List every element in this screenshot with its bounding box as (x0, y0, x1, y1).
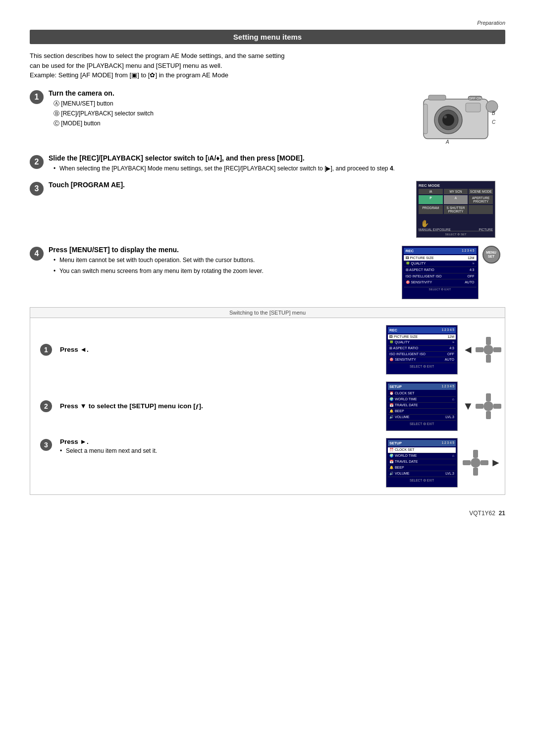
dpad-down (473, 468, 478, 476)
inner-step-2-dpad: ▼ (463, 393, 501, 419)
dpad-up (473, 450, 478, 458)
dpad-up (486, 337, 491, 345)
step-4-block: 4 Press [MENU/SET] to display the menu. … (30, 246, 505, 299)
step-2-number: 2 (30, 155, 44, 169)
inner-step-3-image: SETUP1 2 3 4 5 ⏰ CLOCK SET 🌍 WORLD TIME⌂… (386, 438, 495, 487)
step-1-title: Turn the camera on. (49, 89, 406, 97)
step-1-content: Turn the camera on. Ⓐ [MENU/SET] button … (49, 89, 406, 129)
dpad-left (476, 347, 483, 352)
dpad-center (471, 458, 481, 468)
camera-svg: OFF ON B C A (419, 89, 503, 146)
left-arrow-indicator: ◄ (463, 343, 474, 356)
step-1-block: 1 Turn the camera on. Ⓐ [MENU/SET] butto… (30, 89, 505, 146)
inner-step-2-screen: SETUP1 2 3 4 5 ⏰ CLOCK SET 🌍 WORLD TIME⌂… (386, 381, 458, 431)
dpad-right (493, 404, 501, 409)
inner-step-3-screen: SETUP1 2 3 4 5 ⏰ CLOCK SET 🌍 WORLD TIME⌂… (386, 438, 458, 487)
dpad-icon-3 (463, 450, 488, 476)
down-arrow-indicator: ▼ (463, 400, 474, 413)
step-2-content: Slide the [REC]/[PLAYBACK] selector swit… (49, 154, 436, 173)
step-2-bullet: When selecting the [PLAYBACK] Mode menu … (54, 164, 436, 173)
dpad-down (486, 355, 491, 363)
camera-illustration: OFF ON B C A (416, 89, 505, 146)
step-1-sub-a: Ⓐ [MENU/SET] button (54, 99, 406, 108)
inner-step-1-num: 1 (40, 344, 52, 356)
step-2-block: 2 Slide the [REC]/[PLAYBACK] selector sw… (30, 154, 505, 173)
step-2-title: Slide the [REC]/[PLAYBACK] selector swit… (49, 154, 436, 162)
rec-mode-screen: REC MODE iA MY SCN SCENE MODE P A APERTU… (406, 181, 505, 238)
section-title: Setting menu items (30, 30, 505, 44)
dpad-left (476, 404, 483, 409)
section-text: Preparation (477, 20, 505, 26)
switching-box: Switching to the [SETUP] menu 1 Press ◄.… (30, 307, 505, 495)
step-3-number: 3 (30, 182, 44, 196)
step-3-title: Touch [PROGRAM AE]. (49, 181, 396, 189)
page-number: 21 (499, 510, 505, 517)
intro-text: This section describes how to select the… (30, 51, 505, 80)
inner-step-1: 1 Press ◄. REC1 2 3 4 5 🖼 PICTURE SIZE12… (40, 325, 495, 375)
step-1-sub: Ⓐ [MENU/SET] button Ⓑ [REC]/[PLAYBACK] s… (54, 99, 406, 128)
dpad-center (483, 401, 493, 411)
rec-menu-screen: REC1 2 3 4 5 🖼 PICTURE SIZE12M 🍀 QUALITY… (396, 246, 505, 299)
svg-rect-5 (466, 103, 481, 112)
svg-text:A: A (445, 139, 449, 145)
step-1-left: 1 Turn the camera on. Ⓐ [MENU/SET] butto… (30, 89, 406, 129)
inner-step-2-text: Press ▼ to select the [SETUP] menu icon … (60, 402, 378, 410)
inner-step-2: 2 Press ▼ to select the [SETUP] menu ico… (40, 381, 495, 431)
page-section-label: Preparation (30, 20, 505, 26)
inner-step-2-num: 2 (40, 400, 52, 412)
inner-step-3-num: 3 (40, 439, 52, 451)
dpad-down (486, 411, 491, 419)
step-4-bullet-2: You can switch menu screens from any men… (54, 267, 386, 275)
step-4-bullet-1: Menu item cannot be set with touch opera… (54, 256, 386, 265)
inner-step-3-sub: Select a menu item next and set it. (60, 447, 378, 454)
step-2-left: 2 Slide the [REC]/[PLAYBACK] selector sw… (30, 154, 436, 173)
inner-step-3-dpad: ► (463, 450, 501, 476)
step-2-sub: When selecting the [PLAYBACK] Mode menu … (54, 164, 436, 173)
inner-step-2-image: SETUP1 2 3 4 5 ⏰ CLOCK SET 🌍 WORLD TIME⌂… (386, 381, 495, 431)
inner-step-1-image: REC1 2 3 4 5 🖼 PICTURE SIZE12M 🍀 QUALITY… (386, 325, 495, 375)
svg-point-4 (444, 115, 447, 118)
inner-step-3-text: Press ►. Select a menu item next and set… (60, 438, 378, 454)
dpad-right (493, 347, 501, 352)
step-4-content: Press [MENU/SET] to display the menu. Me… (49, 246, 386, 275)
step-3-left: 3 Touch [PROGRAM AE]. (30, 181, 396, 196)
switching-label: Switching to the [SETUP] menu (30, 308, 505, 318)
inner-steps-area: 1 Press ◄. REC1 2 3 4 5 🖼 PICTURE SIZE12… (30, 318, 505, 494)
dpad-center (483, 345, 493, 355)
step-4-number: 4 (30, 247, 44, 261)
svg-text:C: C (492, 119, 496, 125)
inner-step-3: 3 Press ►. Select a menu item next and s… (40, 438, 495, 487)
step-4-sub: Menu item cannot be set with touch opera… (54, 256, 386, 275)
footer-code: VQT1Y62 (469, 510, 495, 517)
svg-rect-6 (428, 95, 446, 100)
dpad-left (463, 460, 471, 465)
svg-rect-13 (424, 104, 428, 134)
rec-menu-display: REC1 2 3 4 5 🖼 PICTURE SIZE12M 🍀 QUALITY… (402, 246, 479, 299)
inner-step-3-bullet: Select a menu item next and set it. (60, 447, 378, 454)
rec-mode-display: REC MODE iA MY SCN SCENE MODE P A APERTU… (416, 181, 495, 238)
inner-step-1-screen: REC1 2 3 4 5 🖼 PICTURE SIZE12M 🍀 QUALITY… (386, 325, 458, 375)
step-4-title: Press [MENU/SET] to display the menu. (49, 246, 386, 254)
dpad-up (486, 393, 491, 401)
right-arrow-indicator: ► (490, 456, 501, 469)
inner-step-1-text: Press ◄. (60, 346, 378, 353)
step-1-sub-c: Ⓒ [MODE] button (54, 119, 406, 128)
menu-set-button-icon: MENUSET (482, 246, 500, 264)
step-1-sub-b: Ⓑ [REC]/[PLAYBACK] selector switch (54, 109, 406, 118)
page-footer: VQT1Y62 21 (30, 510, 505, 517)
step-4-left: 4 Press [MENU/SET] to display the menu. … (30, 246, 386, 275)
step-1-number: 1 (30, 90, 44, 104)
svg-text:OFF  ON: OFF ON (469, 97, 482, 100)
dpad-icon (476, 337, 501, 363)
svg-point-3 (442, 114, 454, 126)
dpad-icon-2 (476, 393, 501, 419)
dpad-right (481, 460, 488, 465)
inner-step-1-dpad: ◄ (463, 337, 501, 363)
step-3-block: 3 Touch [PROGRAM AE]. REC MODE iA MY SCN… (30, 181, 505, 238)
svg-text:B: B (492, 110, 495, 116)
step-3-content: Touch [PROGRAM AE]. (49, 181, 396, 191)
